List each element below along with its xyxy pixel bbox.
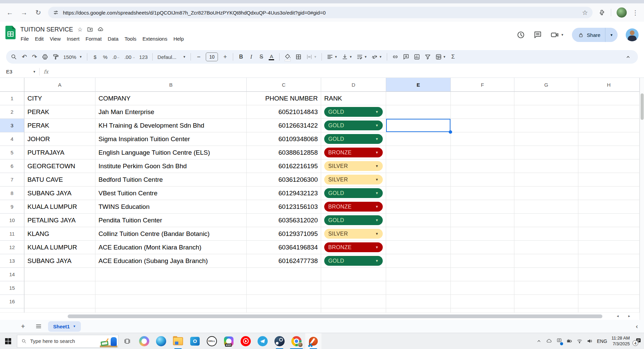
wifi-icon[interactable] <box>577 338 582 344</box>
cell-F2[interactable] <box>451 105 514 119</box>
insert-chart-icon[interactable] <box>412 52 422 62</box>
menu-data[interactable]: Data <box>105 35 121 43</box>
undo-icon[interactable]: ↶ <box>20 52 29 62</box>
forward-icon[interactable]: → <box>20 9 28 17</box>
cell-F14[interactable] <box>451 268 514 281</box>
cell-H5[interactable] <box>578 146 640 159</box>
cell-D3[interactable]: GOLD▼ <box>321 119 386 132</box>
share-button[interactable]: Share ▼ <box>572 28 618 42</box>
cell-G3[interactable] <box>514 119 578 132</box>
cell-C9[interactable]: 60123156103 <box>247 200 321 214</box>
font-dropdown[interactable]: Defaul...▼ <box>156 52 187 62</box>
cell-E15[interactable] <box>386 281 451 295</box>
cell-C12[interactable]: 60364196834 <box>247 241 321 254</box>
menu-file[interactable]: File <box>18 35 32 43</box>
cell-E13[interactable] <box>386 254 451 268</box>
comments-icon[interactable] <box>533 30 542 39</box>
cell-G2[interactable] <box>514 105 578 119</box>
column-header-H[interactable]: H <box>578 78 640 92</box>
rank-chip[interactable]: SILVER▼ <box>324 175 383 184</box>
cell-D4[interactable]: GOLD▼ <box>321 132 386 146</box>
cell-B16[interactable] <box>95 295 247 308</box>
back-icon[interactable]: ← <box>5 9 14 17</box>
cell-C5[interactable]: 60388612858 <box>247 146 321 159</box>
cell-B5[interactable]: English Language Tuition Centre (ELS) <box>95 146 247 159</box>
fill-handle[interactable] <box>449 130 452 134</box>
cell-C16[interactable] <box>247 295 321 308</box>
cell-B8[interactable]: VBest Tuition Centre <box>95 187 247 200</box>
increase-font-icon[interactable]: + <box>220 52 230 62</box>
insert-comment-icon[interactable] <box>401 52 411 62</box>
horizontal-scrollbar-thumb[interactable] <box>68 314 602 318</box>
chrome-icon[interactable] <box>288 333 305 349</box>
cell-G9[interactable] <box>514 200 578 214</box>
snipping-tool-icon[interactable] <box>305 333 321 349</box>
row-header-13[interactable]: 13 <box>0 254 24 268</box>
cell-F1[interactable] <box>451 92 514 105</box>
sheets-logo[interactable] <box>5 26 16 39</box>
cell-F8[interactable] <box>451 187 514 200</box>
cell-A1[interactable]: CITY <box>24 92 95 105</box>
cell-G1[interactable] <box>514 92 578 105</box>
cell-B1[interactable]: COMPANY <box>95 92 247 105</box>
cell-G16[interactable] <box>514 295 578 308</box>
cell-C13[interactable]: 60162477738 <box>247 254 321 268</box>
rank-chip[interactable]: SILVER▼ <box>324 229 383 239</box>
insert-link-icon[interactable] <box>390 52 400 62</box>
cell-D14[interactable] <box>321 268 386 281</box>
cell-F6[interactable] <box>451 159 514 173</box>
column-header-B[interactable]: B <box>95 78 247 92</box>
search-icon[interactable] <box>9 52 19 62</box>
cell-B12[interactable]: ACE Education (Mont Kiara Branch) <box>95 241 247 254</box>
cell-F10[interactable] <box>451 214 514 227</box>
cell-D10[interactable]: GOLD▼ <box>321 214 386 227</box>
cell-A16[interactable] <box>24 295 95 308</box>
row-header-8[interactable]: 8 <box>0 187 24 200</box>
cell-F13[interactable] <box>451 254 514 268</box>
doc-title[interactable]: TUITION SERVICE <box>20 26 73 33</box>
cell-B10[interactable]: Pendita Tuition Center <box>95 214 247 227</box>
cell-E3[interactable] <box>386 119 451 132</box>
rank-chip[interactable]: GOLD▼ <box>324 215 383 225</box>
create-filter-icon[interactable] <box>423 52 433 62</box>
scroll-left-icon[interactable]: ◂ <box>617 314 619 318</box>
rank-chip[interactable]: GOLD▼ <box>324 134 383 144</box>
column-header-D[interactable]: D <box>321 78 386 92</box>
browser-profile-avatar[interactable] <box>617 7 627 18</box>
bookmark-star-icon[interactable]: ☆ <box>582 9 588 17</box>
cell-D13[interactable]: GOLD▼ <box>321 254 386 268</box>
menu-view[interactable]: View <box>47 35 64 43</box>
cell-E11[interactable] <box>386 227 451 241</box>
row-header-16[interactable]: 16 <box>0 295 24 308</box>
cell-G11[interactable] <box>514 227 578 241</box>
cell-D15[interactable] <box>321 281 386 295</box>
redo-icon[interactable]: ↷ <box>30 52 39 62</box>
cell-B2[interactable]: Jah Man Enterprise <box>95 105 247 119</box>
cell-H7[interactable] <box>578 173 640 187</box>
cell-F3[interactable] <box>451 119 514 132</box>
vertical-scrollbar[interactable] <box>640 78 644 320</box>
cell-D12[interactable]: BRONZE▼ <box>321 241 386 254</box>
cell-A4[interactable]: JOHOR <box>24 132 95 146</box>
address-bar[interactable]: https://docs.google.com/spreadsheets/d/1… <box>48 7 593 18</box>
cell-A10[interactable]: PETALING JAYA <box>24 214 95 227</box>
cell-G7[interactable] <box>514 173 578 187</box>
cell-C15[interactable] <box>247 281 321 295</box>
cell-A5[interactable]: PUTRAJAYA <box>24 146 95 159</box>
cell-D6[interactable]: SILVER▼ <box>321 159 386 173</box>
sync-icon[interactable] <box>556 337 562 345</box>
menu-help[interactable]: Help <box>170 35 187 43</box>
scroll-right-icon[interactable]: ▸ <box>628 314 630 318</box>
functions-icon[interactable]: Σ <box>448 52 458 62</box>
account-avatar[interactable] <box>626 28 639 41</box>
cell-B14[interactable] <box>95 268 247 281</box>
notification-icon[interactable]: 4 <box>636 337 641 345</box>
cell-G6[interactable] <box>514 159 578 173</box>
text-color-icon[interactable]: A <box>267 52 276 62</box>
row-header-1[interactable]: 1 <box>0 92 24 105</box>
site-info-icon[interactable] <box>53 9 59 16</box>
cell-D7[interactable]: SILVER▼ <box>321 173 386 187</box>
merge-cells-icon[interactable]: ▼ <box>304 52 318 62</box>
row-header-14[interactable]: 14 <box>0 268 24 281</box>
dell-icon[interactable]: DELL <box>204 333 220 349</box>
